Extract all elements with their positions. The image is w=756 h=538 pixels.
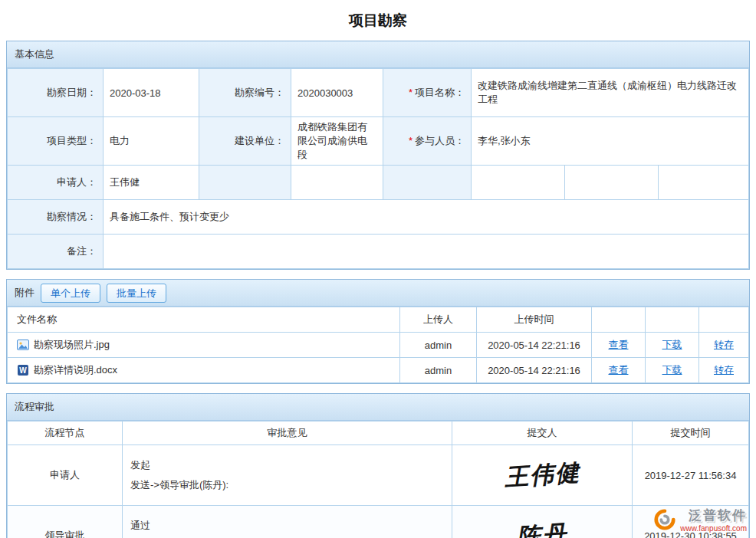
col-upload-time: 上传时间: [477, 307, 592, 333]
uploader: admin: [400, 333, 477, 358]
empty-value-cell: [659, 166, 749, 200]
col-flow-node: 流程节点: [8, 422, 123, 445]
survey-date-value: 2020-03-18: [104, 69, 199, 117]
empty-header-cell: [699, 307, 749, 333]
view-link[interactable]: 查看: [609, 339, 629, 350]
participants-value: 李华,张小东: [472, 117, 749, 166]
participants-label-text: 参与人员：: [415, 135, 465, 146]
approval-opinion: 通过 流程结束->领导审批(陈丹):: [123, 506, 452, 538]
approval-title: 流程审批: [15, 400, 54, 414]
build-unit-value: 成都铁路集团有限公司成渝供电段: [291, 117, 383, 166]
project-type-label: 项目类型：: [8, 117, 104, 166]
survey-condition-label-text: 勘察情况：: [47, 211, 97, 222]
view-link[interactable]: 查看: [609, 364, 629, 376]
page-title: 项目勘察: [6, 0, 750, 41]
basic-info-row-5: 备注：: [8, 235, 749, 269]
transfer-link[interactable]: 转存: [714, 339, 734, 350]
opinion-line: 发送->领导审批(陈丹):: [130, 475, 444, 495]
approval-opinion: 发起 发送->领导审批(陈丹):: [123, 445, 452, 506]
empty-label-cell: [199, 166, 291, 200]
empty-value-cell: [472, 166, 565, 200]
basic-info-section: 基本信息 勘察日期： 2020-03-18 勘察编号： 2020030003 *…: [6, 41, 750, 270]
project-type-value: 电力: [104, 117, 199, 166]
col-file-name: 文件名称: [8, 307, 400, 333]
uploader: admin: [400, 358, 477, 383]
opinion-line: 通过: [130, 516, 444, 536]
brand-name: 泛普软件: [689, 509, 747, 523]
remark-label: 备注：: [8, 235, 104, 269]
empty-value-cell: [291, 166, 383, 200]
applicant-value: 王伟健: [104, 166, 199, 200]
batch-upload-button[interactable]: 批量上传: [107, 284, 166, 303]
opinion-line: 发起: [130, 455, 444, 475]
project-name-value: 改建铁路成渝线增建第二直通线（成渝枢纽）电力线路迁改工程: [472, 69, 749, 117]
basic-info-row-1: 勘察日期： 2020-03-18 勘察编号： 2020030003 *项目名称：…: [8, 69, 749, 117]
fanpu-logo-icon: [653, 508, 676, 533]
remark-value: [104, 235, 749, 269]
fanpu-watermark: 泛普软件 www.fanpusoft.com: [653, 508, 747, 533]
flow-node: 申请人: [8, 445, 123, 506]
attachment-row: W 勘察详情说明.docx admin 2020-05-14 22:21:16 …: [8, 358, 749, 383]
upload-time: 2020-05-14 22:21:16: [477, 333, 592, 358]
required-asterisk: *: [409, 87, 413, 98]
attachments-title: 附件: [15, 286, 35, 300]
build-unit-label: 建设单位：: [199, 117, 291, 166]
applicant-label: 申请人：: [8, 166, 104, 200]
approval-table-header: 流程节点 审批意见 提交人 提交时间: [8, 422, 749, 445]
attachments-table: 文件名称 上传人 上传时间 勘察现场照片.jpg admin 202: [7, 307, 749, 383]
approval-row: 领导审批 通过 流程结束->领导审批(陈丹): 陈丹 2019-12-30 10…: [8, 506, 749, 538]
empty-value-cell: [565, 166, 659, 200]
approval-row: 申请人 发起 发送->领导审批(陈丹): 王伟健 2019-12-27 11:5…: [8, 445, 749, 506]
project-survey-page: 项目勘察 基本信息 勘察日期： 2020-03-18 勘察编号： 2020030…: [0, 0, 756, 538]
survey-condition-value: 具备施工条件、预计变更少: [104, 200, 749, 235]
svg-text:W: W: [19, 366, 27, 375]
submit-time: 2019-12-27 11:56:34: [633, 445, 749, 506]
empty-label-cell: [383, 166, 472, 200]
survey-date-label-text: 勘察日期：: [47, 87, 97, 98]
word-file-icon: W: [17, 364, 29, 376]
upload-time: 2020-05-14 22:21:16: [477, 358, 592, 383]
empty-header-cell: [646, 307, 699, 333]
col-opinion: 审批意见: [123, 422, 452, 445]
basic-info-row-3: 申请人： 王伟健: [8, 166, 749, 200]
approval-section: 流程审批 流程节点 审批意见 提交人 提交时间 申请人 发起 发送->领导审批(…: [6, 393, 750, 538]
attachments-section: 附件 单个上传 批量上传 文件名称 上传人 上传时间: [6, 279, 750, 384]
basic-info-table: 勘察日期： 2020-03-18 勘察编号： 2020030003 *项目名称：…: [7, 68, 749, 269]
build-unit-label-text: 建设单位：: [235, 135, 284, 146]
flow-node: 领导审批: [8, 506, 123, 538]
transfer-link[interactable]: 转存: [714, 364, 734, 376]
single-upload-button[interactable]: 单个上传: [41, 284, 100, 303]
participants-label: *参与人员：: [383, 117, 472, 166]
col-uploader: 上传人: [400, 307, 477, 333]
remark-label-text: 备注：: [67, 245, 97, 257]
col-submit-time: 提交时间: [633, 422, 749, 445]
basic-info-title: 基本信息: [15, 48, 54, 61]
download-link[interactable]: 下载: [662, 364, 682, 376]
basic-info-header: 基本信息: [7, 41, 749, 68]
brand-url: www.fanpusoft.com: [680, 524, 747, 533]
project-name-label-text: 项目名称：: [415, 87, 465, 98]
col-submitter: 提交人: [452, 422, 633, 445]
project-type-label-text: 项目类型：: [47, 135, 97, 146]
attachment-row: 勘察现场照片.jpg admin 2020-05-14 22:21:16 查看 …: [8, 333, 749, 358]
applicant-label-text: 申请人：: [57, 176, 97, 188]
image-file-icon: [17, 339, 29, 351]
file-name[interactable]: 勘察详情说明.docx: [34, 363, 117, 377]
basic-info-row-4: 勘察情况： 具备施工条件、预计变更少: [8, 200, 749, 235]
file-name[interactable]: 勘察现场照片.jpg: [34, 338, 110, 352]
basic-info-row-2: 项目类型： 电力 建设单位： 成都铁路集团有限公司成渝供电段 *参与人员： 李华…: [8, 117, 749, 166]
approval-table: 流程节点 审批意见 提交人 提交时间 申请人 发起 发送->领导审批(陈丹): …: [7, 421, 749, 538]
empty-header-cell: [592, 307, 646, 333]
survey-date-label: 勘察日期：: [8, 69, 104, 117]
submitter-signature: 陈丹: [516, 518, 569, 538]
survey-no-label-text: 勘察编号：: [235, 87, 284, 98]
attachments-header: 附件 单个上传 批量上传: [7, 280, 749, 307]
survey-no-label: 勘察编号：: [199, 69, 291, 117]
required-asterisk: *: [409, 135, 413, 146]
survey-condition-label: 勘察情况：: [8, 200, 104, 235]
submitter-signature: 王伟健: [503, 457, 581, 494]
survey-no-value: 2020030003: [291, 69, 383, 117]
download-link[interactable]: 下载: [662, 339, 682, 350]
attachments-table-header: 文件名称 上传人 上传时间: [8, 307, 749, 333]
project-name-label: *项目名称：: [383, 69, 472, 117]
